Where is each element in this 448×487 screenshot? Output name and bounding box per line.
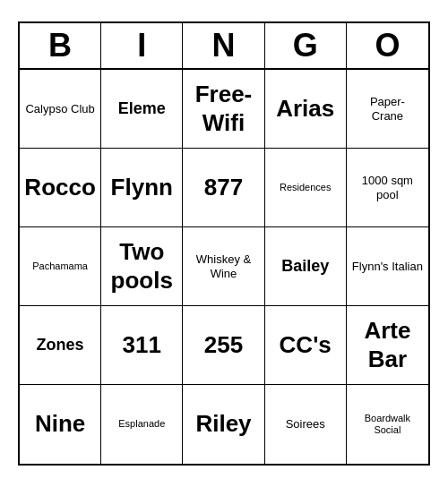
bingo-card: BINGO Calypso ClubElemeFree-WifiAriasPap… [18,21,430,466]
bingo-cell: Pachamama [20,227,101,306]
bingo-cell: Riley [183,385,264,464]
bingo-cell: Nine [20,385,101,464]
bingo-cell: Arias [265,70,347,149]
cell-text: Nine [35,410,85,438]
bingo-cell: Flynn's Italian [347,227,428,306]
bingo-cell: 1000 sqm pool [347,149,428,227]
cell-text: 877 [204,174,243,201]
cell-text: Boardwalk Social [350,413,425,436]
header-letter: O [347,23,428,68]
bingo-cell: Rocco [20,149,101,227]
cell-text: Free-Wifi [195,81,253,136]
cell-text: Esplanade [118,418,165,430]
header-letter: N [183,23,264,68]
bingo-cell: Two pools [101,227,183,306]
cell-text: Riley [195,410,251,438]
cell-text: CC's [280,331,332,359]
cell-text: Soirees [286,417,325,431]
bingo-cell: Residences [265,149,347,227]
bingo-cell: Eleme [101,70,183,149]
bingo-cell: Soirees [265,385,347,464]
cell-text: Bailey [281,257,329,277]
cell-text: Rocco [24,174,95,201]
bingo-cell: Free-Wifi [183,70,264,149]
bingo-cell: Arte Bar [347,306,428,385]
bingo-cell: 311 [101,306,183,385]
cell-text: 1000 sqm pool [350,174,425,201]
header-letter: G [265,23,347,68]
bingo-cell: Calypso Club [20,70,101,149]
cell-text: Zones [37,336,84,355]
header-letter: B [20,23,101,68]
cell-text: 311 [123,331,161,359]
bingo-cell: Zones [20,306,101,385]
bingo-cell: Whiskey & Wine [183,227,264,306]
header-letter: I [101,23,183,68]
cell-text: Calypso Club [25,102,94,116]
bingo-cell: 255 [183,306,264,385]
cell-text: Arias [276,95,334,123]
bingo-cell: Boardwalk Social [347,385,428,464]
cell-text: 255 [204,331,243,359]
cell-text: Flynn's Italian [352,260,423,274]
cell-text: Two pools [105,238,178,294]
cell-text: Whiskey & Wine [186,252,260,280]
bingo-cell: Paper-Crane [347,70,428,149]
cell-text: Paper-Crane [370,95,405,123]
bingo-cell: 877 [183,149,264,227]
bingo-cell: CC's [265,306,347,385]
cell-text: Residences [280,182,331,193]
cell-text: Flynn [111,174,173,201]
bingo-header: BINGO [20,23,428,70]
bingo-cell: Bailey [265,227,347,306]
cell-text: Eleme [118,99,166,119]
cell-text: Arte Bar [350,317,425,372]
bingo-cell: Esplanade [101,385,183,464]
bingo-cell: Flynn [101,149,183,227]
cell-text: Pachamama [32,261,88,272]
bingo-grid: Calypso ClubElemeFree-WifiAriasPaper-Cra… [20,70,428,464]
